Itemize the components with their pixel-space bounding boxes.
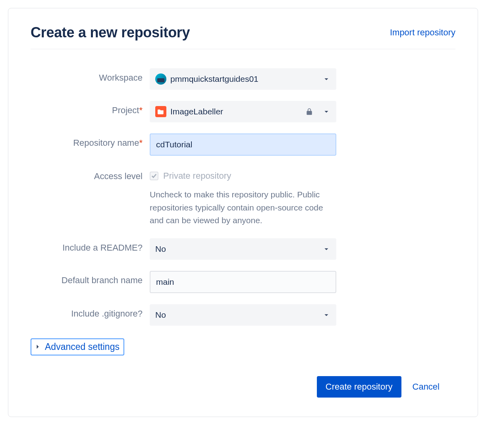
project-value: ImageLabeller (170, 107, 305, 116)
include-readme-row: Include a README? No (31, 238, 455, 260)
chevron-down-icon (322, 107, 331, 116)
page-title: Create a new repository (31, 24, 190, 41)
access-level-label: Access level (31, 167, 150, 182)
repo-name-label: Repository name* (31, 133, 150, 149)
header-row: Create a new repository Import repositor… (31, 24, 455, 49)
required-marker: * (139, 105, 143, 115)
advanced-settings-toggle[interactable]: Advanced settings (31, 338, 124, 355)
project-select[interactable]: ImageLabeller (150, 101, 336, 122)
repo-name-input[interactable] (150, 133, 336, 156)
create-repository-button[interactable]: Create repository (317, 376, 401, 398)
cancel-button[interactable]: Cancel (413, 382, 440, 392)
chevron-down-icon (322, 245, 331, 253)
repo-name-row: Repository name* (31, 133, 455, 156)
include-gitignore-value: No (155, 310, 322, 320)
default-branch-label: Default branch name (31, 271, 150, 286)
workspace-row: Workspace pmmquickstartguides01 (31, 68, 455, 90)
access-level-help: Uncheck to make this repository public. … (150, 188, 336, 227)
include-gitignore-select[interactable]: No (150, 304, 336, 326)
include-readme-value: No (155, 244, 322, 254)
project-label: Project* (31, 101, 150, 116)
chevron-down-icon (322, 311, 331, 319)
include-gitignore-row: Include .gitignore? No (31, 304, 455, 326)
project-folder-icon (155, 106, 166, 117)
chevron-down-icon (322, 75, 331, 83)
project-row: Project* ImageLabeller (31, 101, 455, 122)
private-repo-checkbox-label: Private repository (163, 171, 231, 181)
import-repository-link[interactable]: Import repository (390, 27, 455, 38)
include-gitignore-label: Include .gitignore? (31, 304, 150, 320)
include-readme-select[interactable]: No (150, 238, 336, 260)
workspace-value: pmmquickstartguides01 (170, 74, 322, 84)
default-branch-row: Default branch name (31, 271, 455, 293)
workspace-avatar-icon (155, 73, 166, 85)
lock-icon (305, 108, 313, 116)
required-marker: * (139, 138, 143, 148)
workspace-label: Workspace (31, 68, 150, 84)
access-level-row: Access level Private repository Uncheck … (31, 167, 455, 227)
workspace-select[interactable]: pmmquickstartguides01 (150, 68, 336, 90)
private-repo-checkbox[interactable] (150, 172, 158, 180)
create-repo-card: Create a new repository Import repositor… (8, 8, 478, 417)
chevron-right-icon (34, 343, 42, 351)
include-readme-label: Include a README? (31, 238, 150, 254)
check-icon (151, 173, 157, 179)
private-repo-checkbox-row: Private repository (150, 167, 336, 181)
default-branch-input[interactable] (150, 271, 336, 293)
advanced-settings-label: Advanced settings (45, 342, 120, 352)
footer-actions: Create repository Cancel (31, 376, 455, 398)
